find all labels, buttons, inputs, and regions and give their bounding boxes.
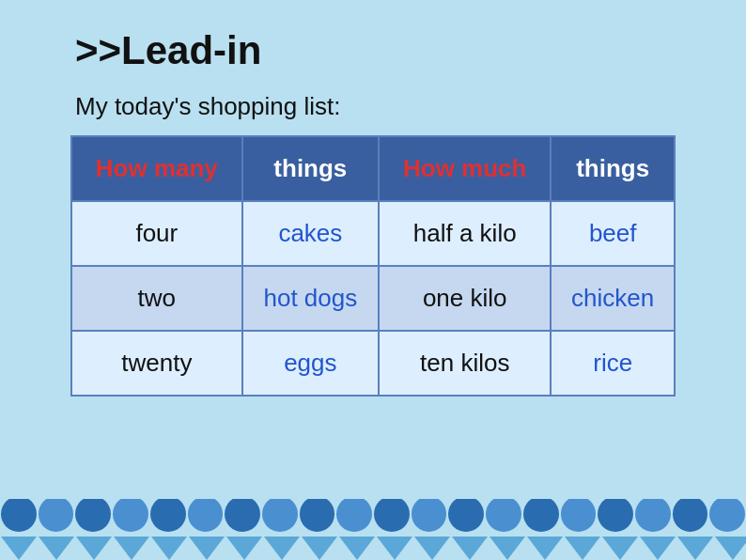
wave-circle xyxy=(709,499,745,532)
wave-triangle xyxy=(1,537,37,560)
wave-triangle xyxy=(414,537,450,560)
wave-decoration xyxy=(0,499,746,560)
header-how-many: How many xyxy=(71,136,242,201)
wave-triangle xyxy=(377,537,412,560)
cell-quantity-1: four xyxy=(71,201,242,266)
wave-circle xyxy=(561,499,597,532)
shopping-table: How many things How much things four cak… xyxy=(70,135,676,397)
cell-quantity-3: twenty xyxy=(71,331,242,396)
wave-circle xyxy=(113,499,148,532)
wave-circle xyxy=(523,499,559,532)
wave-triangle xyxy=(302,537,337,560)
wave-triangle xyxy=(640,537,676,560)
wave-circle xyxy=(412,499,447,532)
wave-circle xyxy=(39,499,74,532)
cell-item-2: hot dogs xyxy=(242,266,379,331)
wave-triangle xyxy=(565,537,600,560)
wave-circle xyxy=(188,499,224,532)
wave-circle xyxy=(486,499,521,532)
table-row: four cakes half a kilo beef xyxy=(71,201,675,266)
page-subtitle: My today's shopping list: xyxy=(0,83,746,135)
table-row: twenty eggs ten kilos rice xyxy=(71,331,675,396)
wave-triangle xyxy=(226,537,262,560)
wave-circle xyxy=(225,499,260,532)
wave-triangle xyxy=(151,537,187,560)
table-row: two hot dogs one kilo chicken xyxy=(71,266,675,331)
wave-triangle xyxy=(490,537,525,560)
cell-food-3: rice xyxy=(551,331,675,396)
header-things-2: things xyxy=(551,136,675,201)
cell-amount-2: one kilo xyxy=(379,266,551,331)
wave-circle xyxy=(448,499,484,532)
wave-triangle xyxy=(677,537,713,560)
wave-circle xyxy=(300,499,335,532)
wave-circle xyxy=(374,499,410,532)
cell-quantity-2: two xyxy=(71,266,242,331)
wave-triangle xyxy=(452,537,488,560)
page-title: >>Lead-in xyxy=(0,0,746,83)
table-header-row: How many things How much things xyxy=(71,136,675,201)
wave-row-bottom xyxy=(0,537,746,560)
wave-circle xyxy=(635,499,671,532)
wave-triangle xyxy=(339,537,375,560)
wave-circle xyxy=(1,499,37,532)
wave-triangle xyxy=(189,537,225,560)
cell-food-1: beef xyxy=(551,201,675,266)
cell-item-1: cakes xyxy=(242,201,379,266)
wave-circle xyxy=(75,499,111,532)
wave-triangle xyxy=(264,537,300,560)
wave-triangle xyxy=(39,537,74,560)
cell-amount-3: ten kilos xyxy=(379,331,551,396)
wave-row-top xyxy=(0,499,746,532)
cell-food-2: chicken xyxy=(551,266,675,331)
wave-circle xyxy=(598,499,633,532)
cell-item-3: eggs xyxy=(242,331,379,396)
wave-triangle xyxy=(602,537,638,560)
wave-triangle xyxy=(715,537,746,560)
wave-triangle xyxy=(114,537,149,560)
wave-circle xyxy=(262,499,298,532)
page-background: >>Lead-in My today's shopping list: How … xyxy=(0,0,746,560)
header-how-much: How much xyxy=(379,136,551,201)
table-container: How many things How much things four cak… xyxy=(70,135,676,397)
wave-triangle xyxy=(76,537,112,560)
wave-triangle xyxy=(527,537,563,560)
wave-circle xyxy=(150,499,186,532)
wave-circle xyxy=(336,499,372,532)
cell-amount-1: half a kilo xyxy=(379,201,551,266)
wave-circle xyxy=(673,499,708,532)
header-things-1: things xyxy=(242,136,379,201)
